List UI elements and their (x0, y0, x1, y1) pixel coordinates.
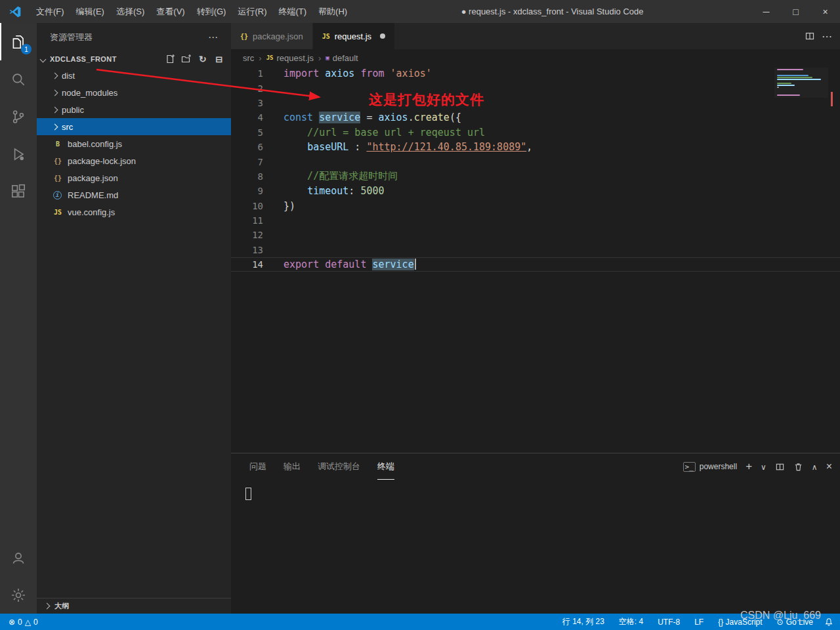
code-editor[interactable]: 1import axios from 'axios'234const servi… (231, 66, 840, 453)
status-eol[interactable]: LF (692, 618, 705, 627)
close-button[interactable]: × (810, 0, 840, 23)
terminal-shell-select[interactable]: powershell (683, 462, 738, 471)
refresh-button[interactable] (198, 54, 208, 64)
window-title: ● request.js - xdclass_front - Visual St… (353, 7, 751, 16)
code-line-9[interactable]: 9 timeout: 5000 (231, 184, 840, 198)
minimap-line (777, 94, 800, 96)
menu-item[interactable]: 运行(R) (232, 0, 272, 23)
menu-item[interactable]: 选择(S) (110, 0, 150, 23)
status-indentation[interactable]: 空格: 4 (617, 616, 645, 627)
line-number: 12 (231, 230, 263, 240)
activity-explorer[interactable]: 1 (0, 23, 37, 60)
more-actions-icon[interactable]: ⋯ (205, 32, 220, 43)
activity-source-control[interactable] (0, 98, 37, 135)
minimap[interactable] (774, 68, 828, 98)
scrollbar-marker (831, 92, 833, 106)
code-line-8[interactable]: 8 //配置请求超时时间 (231, 169, 840, 184)
code-line-12[interactable]: 12 (231, 228, 840, 242)
problems-indicator[interactable]: 0 0 (7, 618, 40, 627)
terminal-cursor (245, 488, 251, 500)
menu-item[interactable]: 编辑(E) (70, 0, 110, 23)
code-line-6[interactable]: 6 baseURL : "http://121.40.85.189:8089", (231, 140, 840, 154)
tree-item-package-lock.json[interactable]: {}package-lock.json (37, 152, 231, 169)
project-header[interactable]: XDCLASS_FRONT (37, 51, 231, 67)
terminal[interactable] (231, 480, 840, 614)
more-actions-icon[interactable] (822, 30, 832, 43)
minimap-line (777, 69, 803, 70)
breadcrumb-label: src (243, 53, 254, 63)
line-number: 1 (231, 68, 263, 79)
panel-tab-终端[interactable]: 终端 (377, 453, 394, 480)
menu-item[interactable]: 帮助(H) (312, 0, 353, 23)
new-file-button[interactable] (165, 54, 175, 64)
status-encoding[interactable]: UTF-8 (656, 618, 682, 627)
minimap-line (777, 85, 795, 86)
activity-extensions[interactable] (0, 173, 37, 210)
tree-item-README.md[interactable]: iREADME.md (37, 186, 231, 203)
breadcrumb-item-request.js[interactable]: JSrequest.js (266, 53, 314, 63)
outline-label: 大纲 (54, 601, 70, 611)
warning-icon (25, 618, 31, 627)
modified-dot-icon[interactable] (380, 33, 385, 39)
tree-item-babel.config.js[interactable]: Bbabel.config.js (37, 135, 231, 152)
sidebar-title: 资源管理器 (50, 32, 93, 43)
tab-bar: {}package.jsonJSrequest.js (231, 23, 840, 49)
new-folder-button[interactable] (181, 54, 192, 64)
minimap-line (777, 77, 812, 78)
split-terminal-button[interactable] (775, 462, 785, 472)
minimap-line (777, 87, 779, 88)
code-line-10[interactable]: 10}) (231, 199, 840, 213)
tree-item-src[interactable]: src (37, 118, 231, 135)
close-panel-button[interactable] (826, 461, 832, 472)
file-tree: distnode_modulespublicsrcBbabel.config.j… (37, 67, 231, 220)
code-line-14[interactable]: 14export default service (231, 257, 840, 272)
code-line-3[interactable]: 3 (231, 96, 840, 110)
tree-item-node_modules[interactable]: node_modules (37, 84, 231, 101)
activity-search[interactable] (0, 60, 37, 98)
menu-item[interactable]: 终端(T) (272, 0, 312, 23)
maximize-button[interactable]: □ (781, 0, 810, 23)
collapse-folders-button[interactable] (214, 54, 224, 64)
terminal-dropdown-icon[interactable] (761, 461, 766, 472)
menu-item[interactable]: 转到(G) (191, 0, 232, 23)
panel-tab-调试控制台[interactable]: 调试控制台 (318, 453, 360, 480)
outline-section[interactable]: 大纲 (37, 598, 231, 614)
line-text: import axios from 'axios' (284, 68, 432, 79)
breadcrumb-item-default[interactable]: ▣default (326, 53, 358, 63)
maximize-panel-button[interactable] (812, 461, 818, 472)
code-line-11[interactable]: 11 (231, 213, 840, 228)
notifications-bell-icon[interactable] (824, 618, 833, 627)
code-line-2[interactable]: 2 (231, 81, 840, 95)
menu-item[interactable]: 文件(F) (30, 0, 70, 23)
project-actions (165, 54, 224, 64)
tab-package.json[interactable]: {}package.json (231, 23, 312, 49)
breadcrumb-item-src[interactable]: src (243, 53, 254, 63)
activity-settings[interactable] (0, 576, 37, 614)
code-line-1[interactable]: 1import axios from 'axios' (231, 66, 840, 81)
code-line-7[interactable]: 7 (231, 154, 840, 169)
split-editor-button[interactable] (805, 31, 815, 41)
activity-accounts[interactable] (0, 539, 37, 576)
tab-request.js[interactable]: JSrequest.js (313, 23, 394, 49)
code-line-5[interactable]: 5 //url = base url + reqeust url (231, 125, 840, 140)
chevron-down-icon (40, 56, 47, 62)
line-number: 2 (231, 83, 263, 94)
tree-item-label: package.json (68, 173, 118, 183)
tree-item-public[interactable]: public (37, 101, 231, 118)
kill-terminal-button[interactable] (793, 462, 803, 472)
panel-tab-输出[interactable]: 输出 (284, 453, 301, 480)
tree-item-package.json[interactable]: {}package.json (37, 169, 231, 186)
sidebar-header: 资源管理器 ⋯ (37, 23, 231, 51)
status-cursor-position[interactable]: 行 14, 列 23 (560, 616, 606, 627)
menu-item[interactable]: 查看(V) (150, 0, 190, 23)
tree-item-vue.config.js[interactable]: JSvue.config.js (37, 203, 231, 220)
new-terminal-button[interactable] (746, 460, 752, 473)
panel-tab-问题[interactable]: 问题 (249, 453, 266, 480)
activity-run-debug[interactable] (0, 135, 37, 173)
code-line-4[interactable]: 4const service = axios.create({ (231, 110, 840, 125)
file-icon: JS (322, 33, 330, 40)
minimize-button[interactable]: ─ (751, 0, 781, 23)
tree-item-dist[interactable]: dist (37, 67, 231, 84)
code-line-13[interactable]: 13 (231, 243, 840, 257)
warning-count: 0 (33, 618, 38, 627)
